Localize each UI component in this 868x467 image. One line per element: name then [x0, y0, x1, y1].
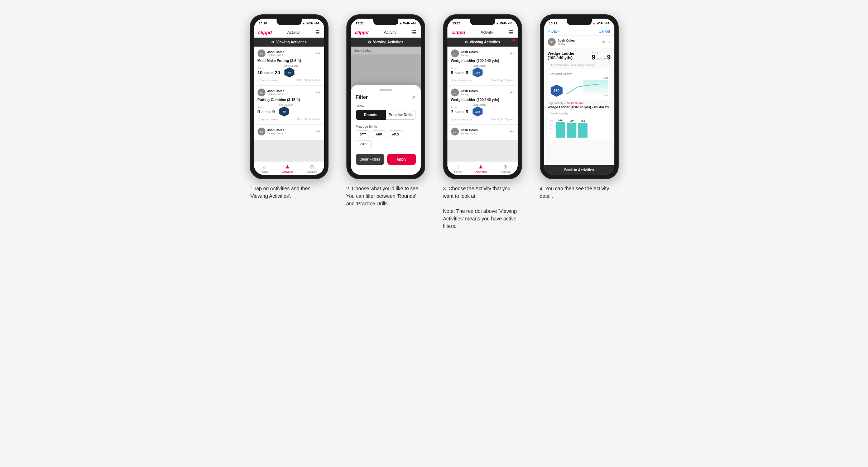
drill-title-4: Wedge Ladder (100-140 yds): [548, 51, 584, 60]
capture-icon-3: ⊕: [503, 164, 508, 170]
hamburger-icon-3[interactable]: ☰: [509, 29, 513, 35]
filter-title: Filter: [356, 94, 368, 100]
card-title-1-1: Must Make Putting (3-6 ft): [258, 59, 321, 63]
caption-1: 1.Tap on Activities and then 'Viewing Ac…: [250, 185, 329, 200]
nav-home-1[interactable]: ⌂ Home: [261, 164, 268, 173]
home-icon-3: ⌂: [456, 164, 459, 170]
drill-chip-app[interactable]: APP: [372, 130, 387, 138]
avg-shot-label-4: Avg Shot Quality: [551, 72, 608, 75]
viewing-banner-3[interactable]: ⚙ Viewing Activities: [447, 38, 518, 47]
screen-bg-1: JC Josh Coles 28 Feb 2023 ••• Must Make …: [254, 47, 324, 161]
edit-icon-4[interactable]: ✏: [602, 40, 605, 44]
user-info-1-2: Josh Coles 28 Feb 2023: [267, 89, 284, 96]
card-header-1-3: JC Josh Coles 28 Feb 2023 •••: [258, 128, 321, 135]
viewing-banner-2[interactable]: ⚙ Viewing Activities: [351, 38, 421, 47]
score-value-1-2: 0: [258, 109, 260, 114]
activity-card-3-3[interactable]: JC Josh Coles 28 Feb 2023 •••: [447, 125, 518, 140]
nav-home-3[interactable]: ⌂ Home: [454, 164, 462, 173]
red-dot-3: [512, 39, 515, 42]
phone-col-2: 13:21 ▲▲ WiFi ▪44 clippd Activity ☰ ⚙: [343, 14, 429, 208]
activity-card-1-1[interactable]: JC Josh Coles 28 Feb 2023 ••• Must Make …: [254, 47, 324, 86]
battery-icon-2: ▪44: [411, 22, 416, 25]
drill-chip-putt[interactable]: PUTT: [356, 140, 372, 148]
user-info-1-3: Josh Coles 28 Feb 2023: [267, 128, 284, 135]
shots-value-4: 9: [607, 54, 610, 61]
activity-card-3-2[interactable]: JC Josh Coles Today ••• Wedge Ladder (10…: [447, 86, 518, 125]
hamburger-icon-2[interactable]: ☰: [412, 29, 417, 35]
nav-capture-label-1: Capture: [307, 170, 317, 173]
avatar-3-2: JC: [451, 89, 459, 96]
score-value-4: 9: [592, 54, 595, 61]
detail-user-left-4: JC Josh Coles Today: [548, 38, 575, 46]
banner-label-2: Viewing Activities: [373, 40, 403, 44]
drill-chip-arg[interactable]: ARG: [388, 130, 403, 138]
app-nav-title-2: Activity: [384, 30, 397, 34]
notch-2: [373, 19, 398, 25]
card-header-1-1: JC Josh Coles 28 Feb 2023 •••: [258, 49, 321, 57]
sq-hex-3-1: 130: [473, 67, 483, 77]
chart-x-label-4: APP: [566, 94, 608, 97]
filter-handle: [379, 89, 392, 91]
sq-stat-3-2: Shot Quality 118: [473, 104, 486, 116]
three-dots-1-1[interactable]: •••: [316, 51, 321, 56]
back-to-activities-btn-4[interactable]: Back to Activities: [544, 165, 614, 175]
chart-max-4: 130: [604, 77, 608, 79]
hamburger-icon-1[interactable]: ☰: [315, 29, 320, 35]
three-dots-3-1[interactable]: •••: [509, 51, 514, 56]
home-icon-1: ⌂: [263, 164, 266, 170]
banner-label-3: Viewing Activities: [470, 40, 500, 44]
user-info-1-1: Josh Coles 28 Feb 2023: [267, 50, 284, 57]
practice-drills-toggle-btn[interactable]: Practice Drills: [386, 110, 416, 120]
card-user-3-2: JC Josh Coles Today: [451, 89, 478, 96]
app-nav-title-3: Activity: [481, 30, 493, 34]
cancel-btn-4[interactable]: Cancel: [599, 29, 610, 33]
activity-card-1-2[interactable]: JC Josh Coles 28 Feb 2023 ••• Putting Co…: [254, 86, 324, 125]
three-dots-1-3[interactable]: •••: [316, 129, 321, 134]
score-label-1-1: Score: [258, 67, 280, 70]
viewing-banner-1[interactable]: ⚙ Viewing Activities: [254, 38, 324, 47]
time-4: 13:21: [549, 22, 557, 25]
user-date-3-1: Today: [461, 54, 478, 57]
rounds-toggle-btn[interactable]: Rounds: [356, 110, 386, 120]
card-user-1-3: JC Josh Coles 28 Feb 2023: [258, 128, 284, 135]
bar-group-4-2: 129: [567, 119, 576, 138]
back-btn-4[interactable]: < Back: [548, 29, 560, 33]
three-dots-1-2[interactable]: •••: [316, 90, 321, 95]
filter-close-btn[interactable]: ✕: [412, 94, 416, 100]
detail-user-icons-4: ✏ ⤢: [602, 40, 611, 44]
bar-4-2: [567, 123, 576, 138]
drill-chip-ott[interactable]: OTT: [356, 130, 370, 138]
nav-activities-1[interactable]: ♟ Activities: [282, 164, 293, 173]
expand-icon-4[interactable]: ⤢: [608, 40, 611, 44]
three-dots-3-2[interactable]: •••: [509, 90, 514, 95]
wifi-icon-4: WiFi: [596, 22, 603, 25]
user-name-3-1: Josh Coles: [461, 50, 478, 54]
clear-filters-btn[interactable]: Clear Filters: [356, 154, 384, 165]
nav-activities-3[interactable]: ♟ Activities: [475, 164, 487, 173]
user-info-4: Josh Coles Today: [558, 39, 575, 46]
shots-value-1-1: 20: [275, 70, 280, 75]
test-info-3-2: ⓘ Test Information: [451, 118, 472, 121]
avatar-1-1: JC: [258, 49, 265, 57]
time-1: 13:20: [259, 22, 267, 25]
caption-2: 2. Choose what you'd like to see. You ca…: [346, 185, 425, 208]
bar-chart-sublabel-4: Avg Shot Quality: [550, 112, 609, 115]
nav-capture-1[interactable]: ⊕ Capture: [307, 164, 317, 173]
card-header-3-2: JC Josh Coles Today •••: [451, 89, 514, 96]
status-icons-4: ▲▲ WiFi ▪44: [589, 22, 609, 25]
data-source-3-2: Data: Clippd Capture: [490, 118, 514, 121]
user-date-3-3: 28 Feb 2023: [461, 132, 478, 135]
card-user-1-1: JC Josh Coles 28 Feb 2023: [258, 49, 284, 57]
wifi-icon-3: WiFi: [500, 22, 507, 25]
three-dots-3-3[interactable]: •••: [509, 129, 514, 134]
activity-card-1-3[interactable]: JC Josh Coles 28 Feb 2023 •••: [254, 125, 324, 140]
apply-filter-btn[interactable]: Apply: [387, 154, 416, 165]
shots-value-1-2: 9: [272, 109, 275, 114]
test-info-1-2: ⓘ Test Information: [258, 118, 279, 121]
nav-capture-3[interactable]: ⊕ Capture: [500, 164, 510, 173]
activity-card-3-1[interactable]: JC Josh Coles Today ••• Wedge Ladder (10…: [447, 47, 518, 86]
user-date-1-1: 28 Feb 2023: [267, 54, 284, 57]
session-title-4: Wedge Ladder (100-140 yds) - 06 Mar 23: [548, 105, 611, 109]
shots-value-3-1: 9: [466, 70, 468, 75]
sq-label-1-1: Shot Quality: [284, 65, 298, 67]
